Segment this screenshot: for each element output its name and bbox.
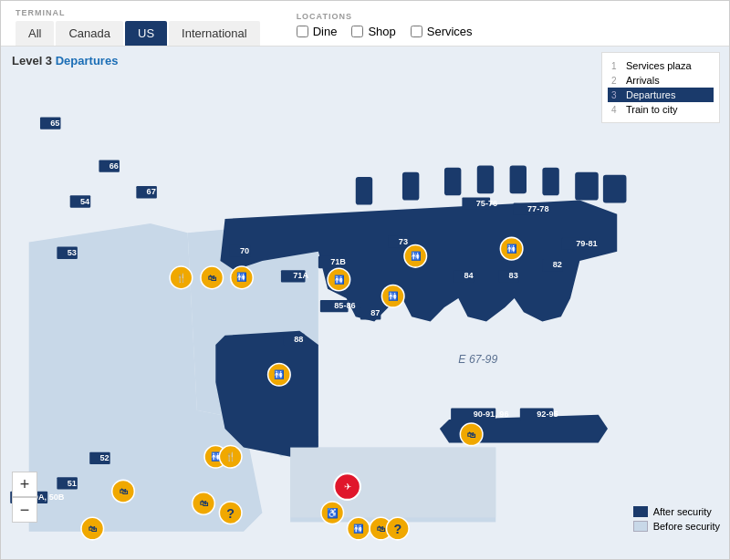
terminal-label: TERMINAL xyxy=(16,8,260,17)
dine-label: Dine xyxy=(313,25,338,38)
gate-54-label: 54 xyxy=(80,197,90,206)
jetway-3 xyxy=(444,168,461,196)
shop-text-3: 🛍 xyxy=(467,430,476,440)
gate-92-label: 92-95 xyxy=(537,410,558,419)
shop-text-5: 🛍 xyxy=(200,499,209,508)
shop-text-6: 🛍 xyxy=(89,524,98,534)
gate-84-label: 84 xyxy=(464,271,474,280)
app-container: TERMINAL All Canada US International LOC… xyxy=(0,0,730,560)
jetway-5 xyxy=(510,166,527,194)
shop-text-1: 🛍 xyxy=(208,274,217,283)
shop-input[interactable] xyxy=(351,26,363,37)
you-are-here-icon: ✈ xyxy=(344,482,351,492)
gate-90-label: 90-91, 96 xyxy=(474,410,509,419)
legend-panel: 1 Services plaza 2 Arrivals 3 Departures… xyxy=(601,52,720,123)
gate-8586-label: 85-86 xyxy=(334,301,355,310)
gate-87-label: 87 xyxy=(370,308,380,317)
zoom-out-button[interactable]: − xyxy=(12,497,37,523)
dine-text-2: 🍴 xyxy=(225,451,236,462)
bottom-legend: After security Before security xyxy=(633,506,720,532)
before-security-legend: Before security xyxy=(633,521,720,532)
tab-all[interactable]: All xyxy=(16,21,54,46)
gate-82-label: 82 xyxy=(553,260,562,269)
after-security-legend: After security xyxy=(633,506,720,517)
restroom-text-1: 🚻 xyxy=(236,272,247,283)
restroom-text-2: 🚻 xyxy=(334,275,345,285)
gate-66-label: 66 xyxy=(110,161,119,171)
lower-terminal xyxy=(290,448,495,518)
services-checkbox[interactable]: Services xyxy=(411,25,473,38)
gate-7981-label: 79-81 xyxy=(576,239,598,248)
gate-67-label: 67 xyxy=(147,187,156,196)
terminal-tabs: All Canada US International xyxy=(16,21,260,46)
restroom-text-4: 🚻 xyxy=(506,244,517,254)
legend-item-1[interactable]: 1 Services plaza xyxy=(611,58,710,73)
gate-51-label: 51 xyxy=(68,479,77,488)
gate-71a-label: 71A xyxy=(293,271,308,280)
after-security-swatch xyxy=(633,506,648,517)
jetway-8 xyxy=(603,175,627,203)
dine-text-1: 🍴 xyxy=(176,273,187,284)
gate-73-label: 73 xyxy=(399,237,408,246)
level-text: Level 3 xyxy=(12,54,52,67)
gate-65-label: 65 xyxy=(50,119,59,128)
tab-international[interactable]: International xyxy=(169,21,260,46)
info-text-1: ? xyxy=(226,506,235,521)
zoom-controls: + − xyxy=(12,472,37,523)
legend-item-4[interactable]: 4 Train to city xyxy=(611,102,710,117)
legend-number-1: 1 xyxy=(611,61,620,71)
restroom-text-8: 🚻 xyxy=(353,524,364,534)
locations-section: LOCATIONS Dine Shop Services xyxy=(297,12,473,46)
restroom-text-5: 🚻 xyxy=(388,291,399,302)
accessibility-text-1: ♿ xyxy=(327,507,339,519)
terminal-section: TERMINAL All Canada US International xyxy=(16,8,260,46)
level-indicator: Level 3 Departures xyxy=(12,54,118,67)
legend-label-2: Arrivals xyxy=(626,75,660,86)
gate-53-label: 53 xyxy=(68,248,77,257)
tab-us[interactable]: US xyxy=(125,21,167,46)
jetway-4 xyxy=(477,166,494,194)
jetway-2 xyxy=(402,172,419,201)
shop-text-4: 🛍 xyxy=(377,524,386,534)
gate-7576-label: 75-76 xyxy=(476,199,498,208)
legend-label-1: Services plaza xyxy=(626,60,692,71)
sublevel-text: Departures xyxy=(56,54,119,67)
locations-checkboxes: Dine Shop Services xyxy=(297,25,473,46)
jetway-6 xyxy=(542,168,558,196)
tab-canada[interactable]: Canada xyxy=(56,21,123,46)
dine-input[interactable] xyxy=(297,26,308,37)
shop-label: Shop xyxy=(368,25,395,38)
legend-item-3[interactable]: 3 Departures xyxy=(608,88,714,102)
legend-label-4: Train to city xyxy=(626,104,677,115)
gate-71b-label: 71B xyxy=(330,257,346,266)
airport-map-svg: 65 66 67 54 53 70 71A 71B 73 xyxy=(1,47,729,559)
jetway-1 xyxy=(356,177,372,205)
gate-83-label: 83 xyxy=(509,271,518,280)
before-security-label: Before security xyxy=(653,521,720,532)
zoom-in-button[interactable]: + xyxy=(12,472,37,497)
jetway-7 xyxy=(575,172,599,201)
gate-7778-label: 77-78 xyxy=(527,204,549,213)
services-input[interactable] xyxy=(411,26,422,37)
gate-52-label: 52 xyxy=(99,453,109,462)
shop-text-2: 🛍 xyxy=(120,487,129,496)
gate-88-label: 88 xyxy=(294,335,303,344)
gate-70-label: 70 xyxy=(240,246,249,255)
area-label-e: E 67-99 xyxy=(458,354,497,367)
before-security-swatch xyxy=(633,521,648,532)
restroom-text-3: 🚻 xyxy=(411,251,422,262)
header: TERMINAL All Canada US International LOC… xyxy=(1,1,729,47)
services-label: Services xyxy=(427,25,473,38)
legend-number-3: 3 xyxy=(611,90,620,100)
after-security-label: After security xyxy=(653,506,712,517)
legend-label-3: Departures xyxy=(626,89,675,100)
dine-checkbox[interactable]: Dine xyxy=(297,25,338,38)
map-area: Level 3 Departures 1 Services plaza 2 Ar… xyxy=(1,47,729,559)
info-text-2: ? xyxy=(393,522,402,536)
legend-item-2[interactable]: 2 Arrivals xyxy=(611,73,710,88)
shop-checkbox[interactable]: Shop xyxy=(351,25,395,38)
legend-number-4: 4 xyxy=(611,105,620,115)
locations-label: LOCATIONS xyxy=(297,12,473,21)
legend-number-2: 2 xyxy=(611,76,620,86)
restroom-text-6: 🚻 xyxy=(274,369,285,380)
